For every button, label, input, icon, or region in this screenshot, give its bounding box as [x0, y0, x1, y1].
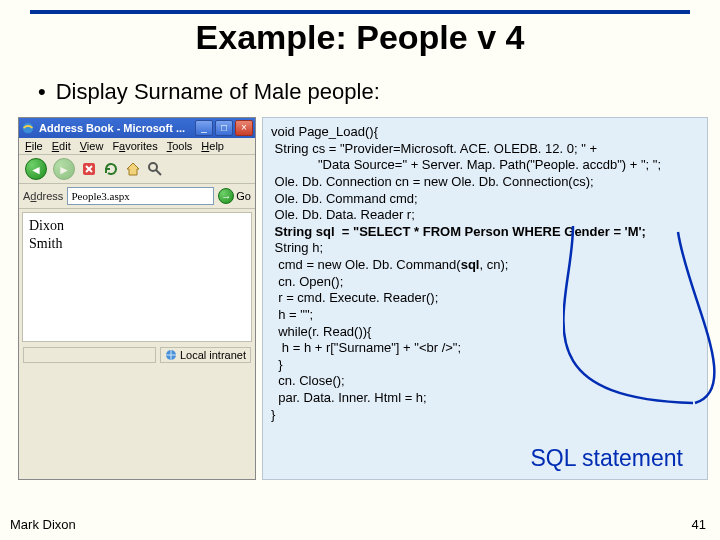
toolbar: ◄ ►: [19, 155, 255, 184]
callout-arrow-icon: [563, 188, 720, 418]
sql-callout-label: SQL statement: [530, 444, 683, 473]
code-line: String cs = "Provider=Microsoft. ACE. OL…: [271, 141, 597, 156]
ie-icon: [21, 121, 35, 135]
titlebar: Address Book - Microsoft ... _ □ ×: [19, 118, 255, 138]
page-content: Dixon Smith: [22, 212, 252, 342]
menu-help[interactable]: Help: [201, 140, 224, 152]
code-line: Ole. Db. Connection cn = new Ole. Db. Co…: [271, 174, 594, 189]
menu-file[interactable]: File: [25, 140, 43, 152]
code-line: Ole. Db. Data. Reader r;: [271, 207, 415, 222]
code-line: }: [271, 357, 283, 372]
header-rule: [30, 10, 690, 14]
statusbar: Local intranet: [19, 345, 255, 365]
menu-tools[interactable]: Tools: [167, 140, 193, 152]
bullet-dot-icon: •: [38, 79, 46, 104]
address-input[interactable]: [67, 187, 214, 205]
code-line: "Data Source=" + Server. Map. Path("Peop…: [271, 157, 661, 172]
svg-line-3: [156, 170, 161, 175]
forward-button[interactable]: ►: [53, 158, 75, 180]
go-icon: →: [218, 188, 234, 204]
go-button[interactable]: → Go: [218, 188, 251, 204]
intranet-icon: [165, 349, 177, 361]
address-bar: Address → Go: [19, 184, 255, 209]
code-line: String h;: [271, 240, 323, 255]
browser-window: Address Book - Microsoft ... _ □ × File …: [18, 117, 256, 480]
address-label: Address: [23, 190, 63, 202]
code-line: cn. Close();: [271, 373, 345, 388]
code-line: Ole. Db. Command cmd;: [271, 191, 418, 206]
code-line: }: [271, 407, 275, 422]
maximize-button[interactable]: □: [215, 120, 233, 136]
page-line: Dixon: [29, 217, 245, 235]
menu-favorites[interactable]: Favorites: [112, 140, 157, 152]
page-number: 41: [692, 517, 706, 532]
status-pane: [23, 347, 156, 363]
slide-title: Example: People v 4: [0, 18, 720, 57]
code-line: void Page_Load(){: [271, 124, 378, 139]
home-icon[interactable]: [125, 161, 141, 177]
svg-point-2: [149, 163, 157, 171]
menu-view[interactable]: View: [80, 140, 104, 152]
window-title: Address Book - Microsoft ...: [39, 122, 195, 134]
code-line: h = h + r["Surname"] + "<br />";: [271, 340, 461, 355]
search-icon[interactable]: [147, 161, 163, 177]
close-button[interactable]: ×: [235, 120, 253, 136]
back-button[interactable]: ◄: [25, 158, 47, 180]
code-block: void Page_Load(){ String cs = "Provider=…: [262, 117, 708, 480]
page-line: Smith: [29, 235, 245, 253]
bullet-text: Display Surname of Male people:: [56, 79, 380, 104]
status-zone: Local intranet: [160, 347, 251, 363]
slide-bullet: •Display Surname of Male people:: [38, 79, 720, 105]
go-label: Go: [236, 190, 251, 202]
code-line: cn. Open();: [271, 274, 343, 289]
code-line-sql: String sql = "SELECT * FROM Person WHERE…: [271, 224, 646, 239]
code-line: while(r. Read()){: [271, 324, 371, 339]
menubar: File Edit View Favorites Tools Help: [19, 138, 255, 155]
footer-author: Mark Dixon: [10, 517, 76, 532]
code-line: cmd = new Ole. Db. Command(sql, cn);: [271, 257, 508, 272]
menu-edit[interactable]: Edit: [52, 140, 71, 152]
code-line: r = cmd. Execute. Reader();: [271, 290, 438, 305]
code-line: h = "";: [271, 307, 313, 322]
stop-icon[interactable]: [81, 161, 97, 177]
code-line: par. Data. Inner. Html = h;: [271, 390, 427, 405]
minimize-button[interactable]: _: [195, 120, 213, 136]
refresh-icon[interactable]: [103, 161, 119, 177]
status-zone-label: Local intranet: [180, 349, 246, 361]
